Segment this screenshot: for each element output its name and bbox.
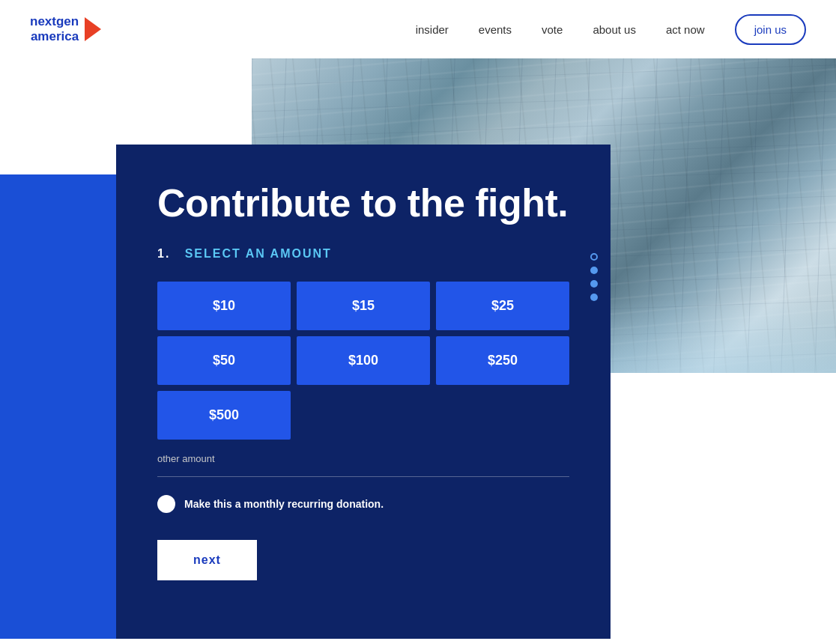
logo-arrow-icon [85,17,101,41]
hero-section: Contribute to the fight. 1. SELECT AN AM… [0,58,836,644]
scroll-dot-2[interactable] [590,267,598,274]
card-title: Contribute to the fight. [157,182,569,225]
amount-50-button[interactable]: $50 [157,336,291,385]
nav-act-now[interactable]: act now [666,23,705,36]
step-text: SELECT AN AMOUNT [185,247,332,260]
recurring-label: Make this a monthly recurring donation. [184,498,384,510]
header: nextgen america insider events vote abou… [0,0,836,58]
divider [157,476,569,477]
amount-grid-row1: $10 $15 $25 [157,282,569,330]
main-nav: insider events vote about us act now joi… [416,14,806,45]
amount-15-button[interactable]: $15 [297,282,430,330]
amount-grid-row2: $50 $100 $250 [157,336,569,385]
donation-card: Contribute to the fight. 1. SELECT AN AM… [116,145,611,639]
logo[interactable]: nextgen america [30,14,101,45]
step-number: 1. [157,247,170,260]
amount-250-button[interactable]: $250 [436,336,569,385]
amount-500-button[interactable]: $500 [157,391,291,440]
amount-25-button[interactable]: $25 [436,282,569,330]
accent-bar [0,174,131,639]
scroll-dot-4[interactable] [590,294,598,301]
other-amount-link[interactable]: other amount [157,453,569,464]
amount-grid-row3: $500 [157,391,569,440]
join-us-button[interactable]: join us [735,14,806,45]
scroll-dot-3[interactable] [590,280,598,288]
logo-text: nextgen america [30,14,79,45]
amount-100-button[interactable]: $100 [297,336,430,385]
scroll-dot-1[interactable] [590,253,598,261]
next-button[interactable]: next [157,540,257,580]
scroll-dots [590,253,598,301]
recurring-row: Make this a monthly recurring donation. [157,495,569,513]
step-label: 1. SELECT AN AMOUNT [157,247,569,261]
amount-10-button[interactable]: $10 [157,282,291,330]
nav-vote[interactable]: vote [542,23,563,36]
nav-about-us[interactable]: about us [593,23,636,36]
nav-insider[interactable]: insider [416,23,449,36]
nav-events[interactable]: events [479,23,512,36]
recurring-radio[interactable] [157,495,175,513]
